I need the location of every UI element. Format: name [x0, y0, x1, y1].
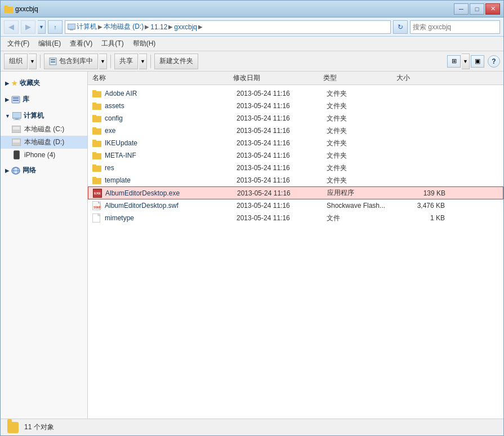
file-type: 文件 — [327, 213, 400, 223]
file-name: assets — [105, 102, 237, 110]
svg-rect-8 — [51, 61, 55, 63]
file-type: 文件夹 — [327, 151, 400, 161]
exe-icon: EXE — [93, 189, 102, 198]
sidebar-favorites-header[interactable]: ▶ ★ 收藏夹 — [1, 76, 87, 90]
drive-d-icon — [12, 138, 21, 147]
toolbar-sep-3 — [150, 55, 151, 68]
file-item[interactable]: assets 2013-05-24 11:16 文件夹 — [88, 100, 503, 112]
close-button[interactable]: ✕ — [485, 3, 500, 15]
svg-rect-14 — [14, 119, 20, 120]
folder-svg — [92, 127, 101, 135]
back-button[interactable]: ◀ — [4, 20, 19, 34]
svg-rect-37 — [92, 177, 96, 179]
menu-tools[interactable]: 工具(T) — [97, 38, 128, 50]
svg-rect-29 — [92, 127, 96, 130]
drive-d-label: 本地磁盘 (D:) — [24, 137, 64, 147]
file-item[interactable]: res 2013-05-24 11:16 文件夹 — [88, 162, 503, 174]
svg-rect-33 — [92, 152, 96, 154]
organize-button[interactable]: 组织 — [4, 54, 28, 69]
col-header-size[interactable]: 大小 — [396, 73, 441, 83]
forward-button[interactable]: ▶ — [21, 20, 35, 34]
folder-icon — [92, 151, 101, 160]
file-item[interactable]: config 2013-05-24 11:16 文件夹 — [88, 112, 503, 124]
col-header-name[interactable]: 名称 — [92, 73, 233, 83]
file-item[interactable]: mimetype 2013-05-24 11:16 文件 1 KB — [88, 212, 503, 224]
network-label: 网络 — [23, 166, 36, 175]
view-mode-dropdown[interactable]: ▼ — [462, 54, 470, 69]
col-header-date[interactable]: 修改日期 — [233, 73, 323, 83]
new-folder-button[interactable]: 新建文件夹 — [154, 54, 198, 69]
drive-icon — [12, 139, 21, 146]
breadcrumb-folder2[interactable]: gxxcbjq — [174, 23, 197, 31]
window: gxxcbjq ─ □ ✕ ◀ ▶ ▼ ↑ 计算机 ▶ 本地磁盘 (D:) ▶ … — [0, 0, 504, 436]
menu-file[interactable]: 文件(F) — [3, 38, 34, 50]
sidebar-item-iphone[interactable]: iPhone (4) — [1, 149, 87, 161]
file-size: 3,476 KB — [400, 202, 445, 210]
add-to-library-button[interactable]: 包含到库中 — [44, 54, 98, 69]
file-date: 2013-05-24 11:16 — [237, 102, 327, 110]
folder-icon — [92, 139, 101, 148]
share-dropdown[interactable]: ▼ — [139, 54, 147, 69]
maximize-button[interactable]: □ — [470, 3, 484, 15]
file-type: 应用程序 — [327, 188, 400, 198]
svg-rect-11 — [13, 100, 19, 101]
swf-svg: SWF — [92, 201, 101, 210]
svg-rect-31 — [92, 140, 96, 142]
file-item[interactable]: META-INF 2013-05-24 11:16 文件夹 — [88, 149, 503, 162]
sidebar-section-computer: ▼ 计算机 本地磁盘 (C:) — [1, 109, 87, 161]
library-icon — [49, 57, 57, 65]
folder-icon — [92, 163, 101, 172]
generic-svg — [92, 213, 100, 223]
file-item[interactable]: template 2013-05-24 11:16 文件夹 — [88, 174, 503, 186]
library-dropdown[interactable]: ▼ — [99, 54, 107, 69]
file-date: 2013-05-24 11:16 — [237, 214, 327, 222]
computer-label: 计算机 — [24, 111, 44, 121]
file-item[interactable]: IKEUpdate 2013-05-24 11:16 文件夹 — [88, 137, 503, 149]
up-button[interactable]: ↑ — [48, 20, 63, 34]
breadcrumb-drive[interactable]: 本地磁盘 (D:) — [104, 22, 144, 32]
file-date: 2013-05-24 11:16 — [237, 189, 327, 197]
breadcrumb-computer[interactable]: 计算机 — [68, 22, 97, 32]
file-item[interactable]: EXE AlbumEditorDesktop.exe 2013-05-24 11… — [88, 186, 503, 199]
file-type: 文件夹 — [327, 139, 400, 148]
network-arrow: ▶ — [5, 168, 9, 173]
file-name: Adobe AIR — [105, 90, 237, 97]
file-item[interactable]: Adobe AIR 2013-05-24 11:16 文件夹 — [88, 87, 503, 100]
col-header-type[interactable]: 类型 — [323, 73, 396, 83]
nav-dropdown[interactable]: ▼ — [38, 20, 46, 34]
breadcrumb-sep-2: ▶ — [145, 24, 149, 30]
sidebar-item-drive-c[interactable]: 本地磁盘 (C:) — [1, 123, 87, 136]
folder-icon — [92, 89, 101, 98]
swf-icon: SWF — [92, 201, 101, 210]
column-headers: 名称 修改日期 类型 大小 — [88, 72, 503, 85]
preview-button[interactable]: ▣ — [471, 55, 484, 68]
refresh-button[interactable]: ↻ — [393, 20, 408, 34]
svg-rect-18 — [13, 140, 20, 143]
search-input[interactable] — [413, 23, 497, 31]
file-item[interactable]: SWF AlbumEditorDesktop.swf 2013-05-24 11… — [88, 199, 503, 212]
svg-rect-1 — [4, 6, 8, 8]
organize-dropdown[interactable]: ▼ — [29, 54, 37, 69]
sidebar-section-library: ▶ 库 — [1, 92, 87, 106]
breadcrumb-sep-4: ▶ — [198, 24, 203, 30]
breadcrumb-sep-1: ▶ — [98, 24, 102, 30]
drive-c-label: 本地磁盘 (C:) — [24, 124, 64, 134]
sidebar-item-drive-d[interactable]: 本地磁盘 (D:) — [1, 136, 87, 149]
svg-rect-13 — [15, 118, 19, 119]
svg-rect-2 — [68, 24, 75, 29]
breadcrumb-folder1[interactable]: 11.12 — [150, 23, 167, 31]
menu-help[interactable]: 帮助(H) — [128, 38, 160, 50]
sidebar-computer-header[interactable]: ▼ 计算机 — [1, 109, 87, 123]
help-button[interactable]: ? — [488, 55, 500, 68]
sidebar-library-header[interactable]: ▶ 库 — [1, 92, 87, 106]
file-size: 139 KB — [400, 189, 445, 197]
file-date: 2013-05-24 11:16 — [237, 152, 327, 159]
file-item[interactable]: exe 2013-05-24 11:16 文件夹 — [88, 124, 503, 137]
minimize-button[interactable]: ─ — [454, 3, 469, 15]
menu-view[interactable]: 查看(V) — [65, 38, 97, 50]
view-mode-button[interactable]: ⊞ — [447, 55, 461, 68]
file-type: 文件夹 — [327, 176, 400, 185]
menu-edit[interactable]: 编辑(E) — [34, 38, 65, 50]
share-button[interactable]: 共享 — [114, 54, 138, 69]
sidebar-network-header[interactable]: ▶ 网络 — [1, 163, 87, 177]
